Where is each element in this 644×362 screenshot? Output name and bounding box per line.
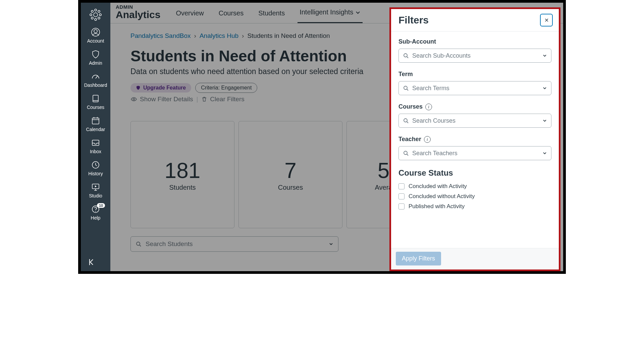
svg-point-35 [404, 151, 407, 155]
courses-combobox[interactable]: Search Courses [398, 114, 551, 128]
criteria-chip[interactable]: Criteria: Engagement [195, 83, 257, 93]
upgrade-feature-chip[interactable]: Upgrade Feature [130, 83, 191, 93]
checkbox-concluded-activity[interactable]: Concluded with Activity [398, 183, 551, 190]
close-filters-button[interactable]: ✕ [540, 14, 553, 26]
nav-dashboard[interactable]: Dashboard [81, 70, 110, 92]
search-placeholder: Search Students [146, 240, 193, 248]
breadcrumb-link-1[interactable]: Analytics Hub [200, 32, 238, 40]
combo-placeholder: Search Teachers [412, 150, 458, 157]
nav-studio[interactable]: Studio [81, 180, 110, 202]
field-label-term: Term [398, 71, 551, 78]
teacher-combobox[interactable]: Search Teachers [398, 146, 551, 160]
breadcrumb-current: Students in Need of Attention [247, 32, 330, 40]
clock-icon [91, 160, 100, 170]
brand-logo[interactable] [88, 7, 103, 22]
chevron-down-icon [542, 151, 547, 156]
gauge-icon [91, 72, 100, 81]
nav-history[interactable]: History [81, 158, 110, 180]
course-status-title: Course Status [398, 168, 551, 178]
stat-card-students: 181 Students [130, 121, 234, 228]
inbox-icon [91, 138, 100, 147]
info-icon[interactable]: i [425, 104, 432, 110]
svg-point-1 [95, 9, 97, 11]
svg-rect-14 [92, 118, 99, 124]
nav-courses[interactable]: Courses [81, 92, 110, 114]
svg-rect-12 [93, 95, 98, 102]
close-icon: ✕ [544, 17, 549, 23]
nav-dashboard-label: Dashboard [84, 82, 107, 88]
monitor-icon [91, 182, 100, 192]
field-label-courses: Courses i [398, 103, 551, 110]
book-icon [91, 94, 100, 103]
svg-line-32 [407, 89, 408, 90]
chevron-down-icon [542, 53, 547, 58]
show-filter-details-link[interactable]: Show Filter Details [130, 96, 193, 103]
eye-icon [130, 96, 137, 103]
field-label-subaccount: Sub-Account [398, 38, 551, 45]
svg-point-31 [404, 86, 407, 89]
stat-label: Students [169, 184, 196, 191]
tab-intelligent-insights[interactable]: Intelligent Insights [298, 8, 363, 23]
search-icon [136, 241, 142, 247]
combo-placeholder: Search Terms [412, 85, 449, 92]
tab-courses[interactable]: Courses [217, 9, 246, 23]
tab-overview[interactable]: Overview [174, 9, 206, 23]
tab-students[interactable]: Students [256, 9, 287, 23]
search-icon [403, 118, 409, 124]
svg-point-33 [404, 119, 407, 122]
chevron-right-icon: › [194, 32, 196, 40]
nav-account[interactable]: Account [81, 25, 110, 48]
nav-courses-label: Courses [87, 105, 104, 110]
clear-filters-link[interactable]: Clear Filters [201, 96, 244, 103]
svg-point-7 [91, 17, 93, 19]
filters-panel: Filters ✕ Sub-Account Search Sub-Account… [389, 7, 560, 271]
chevron-down-icon [355, 10, 361, 15]
search-icon [403, 53, 409, 59]
nav-help[interactable]: 10 Help [81, 202, 110, 225]
subaccount-combobox[interactable]: Search Sub-Accounts [398, 49, 551, 63]
shield-filled-icon [136, 85, 141, 90]
nav-admin[interactable]: Admin [81, 48, 110, 70]
field-label-teacher: Teacher i [398, 136, 551, 143]
svg-point-2 [95, 18, 97, 20]
svg-line-34 [407, 122, 408, 123]
nav-calendar-label: Calendar [86, 127, 105, 132]
checkbox-published-activity[interactable]: Published with Activity [398, 203, 551, 210]
nav-inbox[interactable]: Inbox [81, 136, 110, 158]
help-badge: 10 [97, 203, 105, 208]
svg-point-27 [137, 242, 140, 245]
nav-account-label: Account [87, 38, 104, 44]
apply-filters-button[interactable]: Apply Filters [396, 252, 441, 265]
search-students-input[interactable]: Search Students [130, 236, 338, 252]
shield-icon [91, 50, 100, 59]
collapse-nav-button[interactable] [81, 253, 110, 271]
svg-line-36 [407, 154, 408, 156]
stat-card-courses: 7 Courses [238, 121, 342, 228]
stat-label: Courses [278, 184, 303, 191]
chevron-down-icon [542, 118, 547, 123]
search-icon [403, 85, 409, 91]
checkbox-concluded-no-activity[interactable]: Concluded without Activity [398, 193, 551, 200]
info-icon[interactable]: i [424, 136, 431, 143]
combo-placeholder: Search Sub-Accounts [412, 52, 471, 59]
term-combobox[interactable]: Search Terms [398, 81, 551, 95]
svg-point-24 [95, 211, 96, 212]
chevron-down-icon [329, 242, 333, 246]
nav-calendar[interactable]: Calendar [81, 114, 110, 136]
checkbox-icon [398, 183, 405, 189]
calendar-icon [91, 116, 100, 125]
nav-history-label: History [88, 171, 103, 176]
svg-rect-18 [92, 140, 99, 145]
svg-point-4 [99, 14, 101, 16]
svg-point-26 [133, 99, 135, 100]
svg-line-30 [407, 57, 408, 58]
nav-studio-label: Studio [89, 193, 102, 198]
user-icon [91, 27, 100, 37]
chevron-right-icon: › [242, 32, 244, 40]
nav-admin-label: Admin [89, 60, 102, 66]
header-title: Analytics [116, 10, 160, 20]
stat-value: 181 [165, 158, 201, 183]
svg-point-5 [91, 10, 93, 12]
svg-point-10 [94, 29, 97, 33]
breadcrumb-link-0[interactable]: Pandalytics SandBox [130, 32, 191, 40]
